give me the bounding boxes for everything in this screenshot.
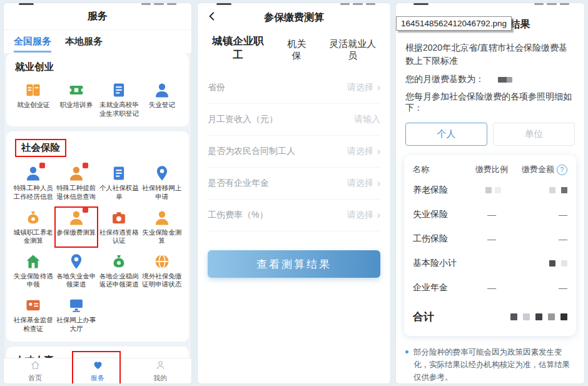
service-item-特殊工种提前退休信息查询[interactable]: 特殊工种提前退休信息查询 — [56, 163, 98, 202]
field-placeholder: 请输入 — [354, 114, 380, 125]
back-icon[interactable] — [206, 11, 218, 24]
calc-result-screen: 参保缴费测算结果 1645148562412046792.png 根据2020年… — [396, 3, 584, 383]
page-header: 服务 — [4, 3, 191, 30]
table-header: 名称 缴费比例 缴费金额 ? — [413, 164, 567, 175]
tab-local-services[interactable]: 本地服务 — [65, 36, 103, 53]
service-item-label: 职业培训券 — [60, 101, 93, 109]
field-placeholder: 请选择 — [347, 178, 373, 189]
row-name: 失业保险 — [413, 209, 470, 220]
heart-icon — [93, 360, 103, 373]
status-bar-remnant — [141, 3, 176, 5]
tabbar-label: 服务 — [91, 373, 104, 383]
service-item-社保基金监督检查证[interactable]: 社保基金监督检查证 — [13, 295, 54, 334]
form-field-省份[interactable]: 省份请选择› — [208, 72, 380, 104]
service-item-失业保险待遇申领[interactable]: 失业保险待遇申领 — [13, 251, 54, 290]
help-icon[interactable]: ? — [557, 165, 567, 175]
redaction-block — [548, 313, 555, 320]
field-label: 是否为农民合同制工人 — [208, 146, 295, 157]
service-item-社保待遇资格认证[interactable]: 社保待遇资格认证 — [98, 208, 140, 246]
field-placeholder: 请选择 — [347, 146, 373, 157]
tabbar-item-服务[interactable]: 服务 — [66, 358, 129, 383]
service-item-城镇职工养老金测算[interactable]: 城镇职工养老金测算 — [13, 208, 54, 246]
screenshot-stage: 服务 全国服务 本地服务 就业创业 就业创业证职业培训券未就业高校毕业生求职登记… — [0, 0, 588, 386]
detail-intro-text: 您每月参加社会保险缴费的各项参照明细如下： — [405, 91, 575, 114]
col-name: 名称 — [413, 164, 470, 175]
service-item-label: 参保缴费测算 — [56, 228, 96, 237]
field-value: 请选择› — [347, 210, 380, 221]
field-label: 是否有企业年金 — [208, 178, 269, 189]
chevron-right-icon: › — [377, 83, 380, 93]
page-header: 参保缴费测算 — [198, 3, 390, 32]
service-item-职业培训券[interactable]: 职业培训券 — [56, 80, 98, 119]
table-row-合计: 合计 — [413, 300, 567, 331]
table-row-失业保险: 失业保险—— — [413, 202, 567, 226]
house-icon — [24, 253, 43, 270]
service-item-各地企业稳岗返还申领渠道[interactable]: 各地企业稳岗返还申领渠道 — [98, 251, 140, 290]
service-item-未就业高校毕业生求职登记[interactable]: 未就业高校毕业生求职登记 — [98, 80, 140, 119]
service-item-失业保险金测算[interactable]: 失业保险金测算 — [141, 208, 183, 246]
redaction-block — [561, 187, 567, 193]
redaction-block — [561, 260, 567, 267]
section-employment: 就业创业 就业创业证职业培训券未就业高校毕业生求职登记失业登记 — [6, 53, 189, 126]
new-badge — [83, 207, 88, 213]
redaction-block — [507, 77, 512, 83]
calc-form-screen: 参保缴费测算 城镇企业职工 机关保 灵活就业人员 省份请选择›月工资收入（元）请… — [198, 3, 390, 383]
redacted-value — [484, 74, 512, 84]
tab-flexible-employment[interactable]: 灵活就业人员 — [326, 38, 379, 62]
tabbar-item-我的[interactable]: 我的 — [129, 358, 191, 383]
bag-icon — [24, 209, 43, 226]
tab-government-insurance[interactable]: 机关保 — [283, 38, 310, 62]
ticket-icon — [67, 81, 86, 99]
toggle-personal[interactable]: 个人 — [405, 123, 487, 146]
service-item-label: 失业登记 — [149, 101, 175, 109]
monthly-base-label: 您的月缴费基数为： — [405, 74, 484, 85]
bag-icon — [109, 253, 128, 270]
service-item-label: 社保转移网上申请 — [142, 184, 183, 201]
doc-icon — [109, 81, 128, 99]
redaction-block — [560, 313, 567, 320]
service-item-label: 社保基金监督检查证 — [13, 316, 54, 333]
col-ratio: 缴费比例 — [470, 164, 513, 175]
notes-list: 部分险种的费率可能会因为政策因素发生变化，实际结果以经办机构核定为准，估算结果仅… — [405, 346, 575, 384]
tab-national-services[interactable]: 全国服务 — [14, 36, 51, 53]
table-row-养老保险: 养老保险 — [413, 178, 567, 202]
row-name: 基本险小计 — [413, 258, 470, 269]
globe-icon — [153, 253, 171, 270]
form-field-月工资收入（元）[interactable]: 月工资收入（元）请输入 — [208, 104, 380, 136]
service-item-就业创业证[interactable]: 就业创业证 — [13, 80, 54, 119]
service-item-个人社保权益单[interactable]: 个人社保权益单 — [98, 163, 140, 202]
service-item-社保转移网上申请[interactable]: 社保转移网上申请 — [141, 163, 183, 202]
form-field-是否为农民合同制工人[interactable]: 是否为农民合同制工人请选择› — [208, 136, 380, 168]
monthly-base-line: 您的月缴费基数为： — [405, 74, 575, 85]
table-row-工伤保险: 工伤保险—— — [413, 226, 567, 251]
person-icon — [153, 209, 171, 226]
tab-urban-enterprise-employee[interactable]: 城镇企业职工 — [209, 34, 267, 62]
bottom-tab-bar: 首页服务我的 — [4, 358, 191, 383]
form-field-是否有企业年金[interactable]: 是否有企业年金请选择› — [208, 168, 380, 200]
service-item-境外社保免缴证明申请状态[interactable]: 境外社保免缴证明申请状态 — [141, 251, 183, 290]
service-item-失业登记[interactable]: 失业登记 — [141, 80, 183, 119]
form-field-工伤费率（%）[interactable]: 工伤费率（%）请选择› — [208, 200, 380, 231]
service-item-label: 各地失业金申领渠道 — [56, 272, 97, 289]
service-item-特殊工种人员工作经历信息[interactable]: 特殊工种人员工作经历信息 — [13, 163, 54, 202]
result-intro-text: 根据2020年北京省/直辖市社会保险缴费基数上下限标准 — [405, 41, 575, 68]
view-result-button[interactable]: 查看测算结果 — [208, 250, 380, 278]
field-value: 请选择› — [347, 178, 380, 189]
service-item-社保网上办事大厅[interactable]: 社保网上办事大厅 — [56, 295, 98, 334]
service-item-label: 特殊工种提前退休信息查询 — [56, 184, 97, 201]
redaction-block — [510, 313, 517, 320]
camera-icon — [109, 209, 128, 226]
service-item-label: 失业保险金测算 — [142, 228, 183, 245]
service-item-各地失业金申领渠道[interactable]: 各地失业金申领渠道 — [56, 251, 98, 290]
service-item-参保缴费测算[interactable]: 参保缴费测算 — [54, 206, 99, 248]
toggle-employer[interactable]: 单位 — [493, 123, 575, 146]
status-bar-remnant — [534, 3, 569, 5]
chevron-right-icon: › — [377, 178, 380, 188]
section-social-insurance: 社会保险 特殊工种人员工作经历信息特殊工种提前退休信息查询个人社保权益单社保转移… — [6, 131, 189, 342]
service-item-label: 就业创业证 — [17, 101, 50, 109]
tabbar-item-首页[interactable]: 首页 — [4, 358, 66, 383]
person-icon — [153, 81, 171, 99]
field-label: 工伤费率（%） — [208, 210, 268, 221]
insured-type-tabs: 城镇企业职工 机关保 灵活就业人员 — [198, 32, 390, 68]
row-name: 企业年金 — [413, 282, 470, 293]
